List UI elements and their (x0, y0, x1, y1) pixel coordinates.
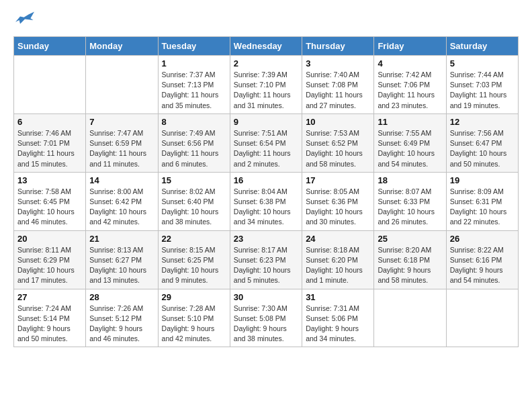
cell-info-text: Sunrise: 7:26 AM Sunset: 5:12 PM Dayligh… (89, 304, 154, 345)
calendar-cell (374, 289, 446, 347)
cell-info-text: Sunrise: 7:24 AM Sunset: 5:14 PM Dayligh… (17, 304, 82, 345)
cell-day-number: 22 (162, 234, 226, 244)
calendar-table: SundayMondayTuesdayWednesdayThursdayFrid… (13, 36, 519, 347)
cell-day-number: 13 (17, 175, 82, 185)
calendar-cell: 19Sunrise: 8:09 AM Sunset: 6:31 PM Dayli… (446, 172, 518, 230)
calendar-cell: 23Sunrise: 8:17 AM Sunset: 6:23 PM Dayli… (230, 230, 302, 289)
cell-day-number: 30 (234, 292, 298, 302)
cell-day-number: 4 (378, 58, 442, 68)
calendar-cell (14, 56, 86, 114)
calendar-cell: 3Sunrise: 7:40 AM Sunset: 7:08 PM Daylig… (302, 56, 374, 114)
calendar-cell: 4Sunrise: 7:42 AM Sunset: 7:06 PM Daylig… (374, 56, 446, 114)
calendar-cell: 17Sunrise: 8:05 AM Sunset: 6:36 PM Dayli… (302, 172, 374, 230)
week-row-3: 13Sunrise: 7:58 AM Sunset: 6:45 PM Dayli… (14, 172, 519, 230)
cell-info-text: Sunrise: 7:42 AM Sunset: 7:06 PM Dayligh… (378, 70, 442, 111)
calendar-cell: 8Sunrise: 7:49 AM Sunset: 6:56 PM Daylig… (158, 113, 230, 172)
cell-info-text: Sunrise: 7:56 AM Sunset: 6:47 PM Dayligh… (450, 128, 515, 169)
cell-day-number: 18 (378, 175, 442, 185)
week-row-2: 6Sunrise: 7:46 AM Sunset: 7:01 PM Daylig… (14, 113, 519, 172)
cell-day-number: 29 (162, 292, 226, 302)
cell-day-number: 9 (234, 117, 298, 127)
weekday-header-thursday: Thursday (302, 37, 374, 56)
cell-info-text: Sunrise: 7:49 AM Sunset: 6:56 PM Dayligh… (162, 128, 226, 169)
calendar-cell: 5Sunrise: 7:44 AM Sunset: 7:03 PM Daylig… (446, 56, 518, 114)
calendar-cell: 1Sunrise: 7:37 AM Sunset: 7:13 PM Daylig… (158, 56, 230, 114)
cell-day-number: 7 (89, 117, 154, 127)
cell-day-number: 6 (17, 117, 82, 127)
cell-info-text: Sunrise: 7:55 AM Sunset: 6:49 PM Dayligh… (378, 128, 442, 169)
cell-day-number: 15 (162, 175, 226, 185)
calendar-cell: 7Sunrise: 7:47 AM Sunset: 6:59 PM Daylig… (86, 113, 158, 172)
cell-day-number: 10 (306, 117, 370, 127)
cell-info-text: Sunrise: 8:00 AM Sunset: 6:42 PM Dayligh… (89, 187, 154, 228)
weekday-header-sunday: Sunday (14, 37, 86, 56)
cell-info-text: Sunrise: 7:37 AM Sunset: 7:13 PM Dayligh… (162, 70, 226, 111)
calendar-cell: 26Sunrise: 8:22 AM Sunset: 6:16 PM Dayli… (446, 230, 518, 289)
calendar-cell: 16Sunrise: 8:04 AM Sunset: 6:38 PM Dayli… (230, 172, 302, 230)
cell-info-text: Sunrise: 8:15 AM Sunset: 6:25 PM Dayligh… (162, 245, 226, 286)
cell-info-text: Sunrise: 8:02 AM Sunset: 6:40 PM Dayligh… (162, 187, 226, 228)
calendar-cell: 12Sunrise: 7:56 AM Sunset: 6:47 PM Dayli… (446, 113, 518, 172)
cell-day-number: 27 (17, 292, 82, 302)
week-row-5: 27Sunrise: 7:24 AM Sunset: 5:14 PM Dayli… (14, 289, 519, 347)
cell-info-text: Sunrise: 7:46 AM Sunset: 7:01 PM Dayligh… (17, 128, 82, 169)
weekday-header-friday: Friday (374, 37, 446, 56)
cell-day-number: 16 (234, 175, 298, 185)
cell-info-text: Sunrise: 8:07 AM Sunset: 6:33 PM Dayligh… (378, 187, 442, 228)
calendar-cell: 28Sunrise: 7:26 AM Sunset: 5:12 PM Dayli… (86, 289, 158, 347)
calendar-cell: 9Sunrise: 7:51 AM Sunset: 6:54 PM Daylig… (230, 113, 302, 172)
cell-day-number: 26 (450, 234, 515, 244)
calendar-cell: 29Sunrise: 7:28 AM Sunset: 5:10 PM Dayli… (158, 289, 230, 347)
cell-day-number: 14 (89, 175, 154, 185)
cell-day-number: 20 (17, 234, 82, 244)
cell-day-number: 31 (306, 292, 370, 302)
cell-info-text: Sunrise: 7:31 AM Sunset: 5:06 PM Dayligh… (306, 304, 370, 345)
cell-day-number: 19 (450, 175, 515, 185)
cell-day-number: 11 (378, 117, 442, 127)
cell-info-text: Sunrise: 7:40 AM Sunset: 7:08 PM Dayligh… (306, 70, 370, 111)
week-row-4: 20Sunrise: 8:11 AM Sunset: 6:29 PM Dayli… (14, 230, 519, 289)
cell-info-text: Sunrise: 8:22 AM Sunset: 6:16 PM Dayligh… (450, 245, 515, 286)
cell-day-number: 12 (450, 117, 515, 127)
calendar-cell: 13Sunrise: 7:58 AM Sunset: 6:45 PM Dayli… (14, 172, 86, 230)
cell-info-text: Sunrise: 7:51 AM Sunset: 6:54 PM Dayligh… (234, 128, 298, 169)
calendar-cell (86, 56, 158, 114)
svg-marker-0 (15, 11, 34, 24)
calendar-cell: 24Sunrise: 8:18 AM Sunset: 6:20 PM Dayli… (302, 230, 374, 289)
calendar-cell: 25Sunrise: 8:20 AM Sunset: 6:18 PM Dayli… (374, 230, 446, 289)
calendar-cell: 21Sunrise: 8:13 AM Sunset: 6:27 PM Dayli… (86, 230, 158, 289)
calendar-cell: 20Sunrise: 8:11 AM Sunset: 6:29 PM Dayli… (14, 230, 86, 289)
calendar-cell: 14Sunrise: 8:00 AM Sunset: 6:42 PM Dayli… (86, 172, 158, 230)
cell-day-number: 24 (306, 234, 370, 244)
calendar-cell: 31Sunrise: 7:31 AM Sunset: 5:06 PM Dayli… (302, 289, 374, 347)
cell-day-number: 17 (306, 175, 370, 185)
cell-day-number: 1 (162, 58, 226, 68)
cell-info-text: Sunrise: 7:47 AM Sunset: 6:59 PM Dayligh… (89, 128, 154, 169)
cell-info-text: Sunrise: 8:18 AM Sunset: 6:20 PM Dayligh… (306, 245, 370, 286)
weekday-header-row: SundayMondayTuesdayWednesdayThursdayFrid… (14, 37, 519, 56)
week-row-1: 1Sunrise: 7:37 AM Sunset: 7:13 PM Daylig… (14, 56, 519, 114)
weekday-header-monday: Monday (86, 37, 158, 56)
cell-day-number: 25 (378, 234, 442, 244)
cell-info-text: Sunrise: 7:28 AM Sunset: 5:10 PM Dayligh… (162, 304, 226, 345)
cell-info-text: Sunrise: 8:17 AM Sunset: 6:23 PM Dayligh… (234, 245, 298, 286)
cell-day-number: 3 (306, 58, 370, 68)
calendar-cell: 6Sunrise: 7:46 AM Sunset: 7:01 PM Daylig… (14, 113, 86, 172)
weekday-header-saturday: Saturday (446, 37, 518, 56)
cell-info-text: Sunrise: 8:05 AM Sunset: 6:36 PM Dayligh… (306, 187, 370, 228)
calendar-cell: 2Sunrise: 7:39 AM Sunset: 7:10 PM Daylig… (230, 56, 302, 114)
cell-info-text: Sunrise: 8:09 AM Sunset: 6:31 PM Dayligh… (450, 187, 515, 228)
calendar-cell: 18Sunrise: 8:07 AM Sunset: 6:33 PM Dayli… (374, 172, 446, 230)
logo-icon (15, 11, 34, 30)
cell-day-number: 8 (162, 117, 226, 127)
cell-info-text: Sunrise: 7:30 AM Sunset: 5:08 PM Dayligh… (234, 304, 298, 345)
cell-day-number: 21 (89, 234, 154, 244)
cell-info-text: Sunrise: 7:39 AM Sunset: 7:10 PM Dayligh… (234, 70, 298, 111)
cell-day-number: 2 (234, 58, 298, 68)
cell-info-text: Sunrise: 7:44 AM Sunset: 7:03 PM Dayligh… (450, 70, 515, 111)
cell-info-text: Sunrise: 7:58 AM Sunset: 6:45 PM Dayligh… (17, 187, 82, 228)
cell-info-text: Sunrise: 8:04 AM Sunset: 6:38 PM Dayligh… (234, 187, 298, 228)
calendar-cell: 11Sunrise: 7:55 AM Sunset: 6:49 PM Dayli… (374, 113, 446, 172)
calendar-cell: 22Sunrise: 8:15 AM Sunset: 6:25 PM Dayli… (158, 230, 230, 289)
cell-day-number: 28 (89, 292, 154, 302)
